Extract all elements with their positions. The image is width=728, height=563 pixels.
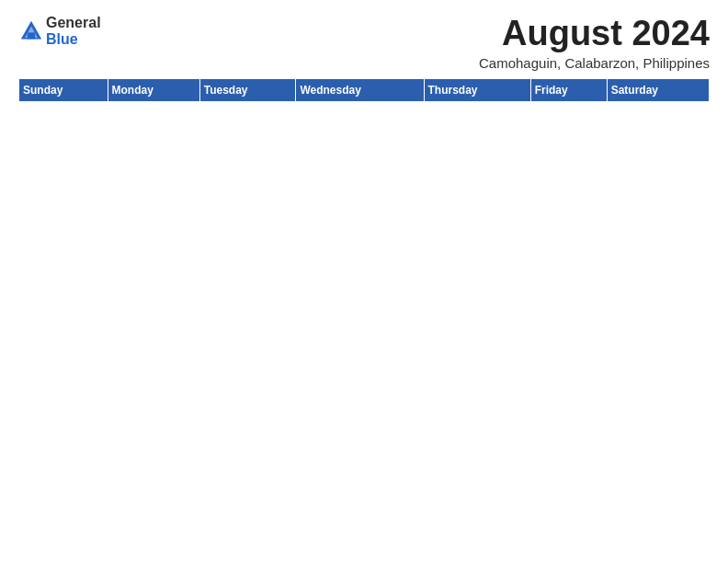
header-monday: Monday [108,78,199,101]
header-friday: Friday [530,78,607,101]
calendar-subtitle: Camohaguin, Calabarzon, Philippines [479,55,710,71]
logo-icon [18,18,44,44]
calendar-header-row: Sunday Monday Tuesday Wednesday Thursday… [19,78,710,101]
page: General Blue August 2024 Camohaguin, Cal… [0,0,728,111]
logo-general-text: General [46,15,101,31]
logo-blue-text: Blue [46,31,101,48]
header-wednesday: Wednesday [296,78,424,101]
header: General Blue August 2024 Camohaguin, Cal… [18,15,710,71]
logo: General Blue [18,15,101,47]
title-block: August 2024 Camohaguin, Calabarzon, Phil… [479,15,710,71]
header-tuesday: Tuesday [199,78,296,101]
calendar-table: Sunday Monday Tuesday Wednesday Thursday… [18,78,710,102]
header-sunday: Sunday [19,78,108,101]
logo-text: General Blue [46,15,101,47]
calendar-title: August 2024 [479,15,710,53]
svg-rect-2 [28,32,35,39]
header-saturday: Saturday [607,78,709,101]
header-thursday: Thursday [424,78,530,101]
